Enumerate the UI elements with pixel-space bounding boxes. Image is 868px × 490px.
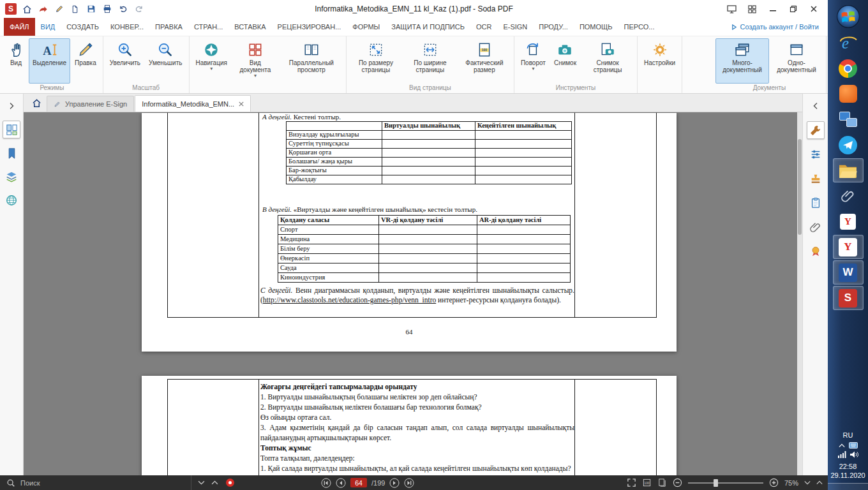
certificates-panel-button[interactable] (807, 242, 825, 260)
status-chevron-down-button[interactable] (804, 480, 811, 485)
menu-tab-sozdat[interactable]: СОЗДАТЬ (61, 18, 105, 36)
taskbar-item-clip[interactable] (833, 184, 864, 208)
layers-panel-button[interactable] (3, 168, 20, 186)
show-desktop-button[interactable] (828, 483, 868, 490)
page-number-input[interactable]: 64 (350, 478, 367, 487)
status-chevron-up-button[interactable] (816, 480, 823, 485)
zoom-slider[interactable] (688, 482, 763, 484)
menu-tab-ocr[interactable]: OCR (470, 18, 497, 36)
menu-tab-pravka[interactable]: ПРАВКА (149, 18, 188, 36)
undo-icon[interactable] (117, 4, 128, 15)
start-button[interactable] (833, 4, 864, 29)
edit-pencil-icon[interactable] (54, 4, 64, 15)
menu-tab-konvert[interactable]: КОНВЕР... (105, 18, 149, 36)
edit-mode-button[interactable]: Правка (71, 38, 100, 84)
print-icon[interactable] (101, 4, 112, 15)
expand-left-panel-button[interactable] (3, 97, 20, 115)
taskbar-item-blue-app[interactable] (833, 107, 864, 131)
menu-tab-pomoshch[interactable]: ПОМОЩЬ (574, 18, 618, 36)
taskbar-item-yandex-small[interactable]: Y (833, 209, 864, 234)
last-page-button[interactable] (404, 478, 414, 488)
zoom-in-button[interactable] (769, 478, 779, 487)
bookmarks-panel-button[interactable] (3, 144, 20, 162)
next-page-button[interactable] (389, 478, 400, 488)
fullscreen-button[interactable] (627, 478, 636, 487)
taskbar-item-ie[interactable]: e (833, 31, 864, 55)
hidden-icons-button[interactable] (839, 443, 845, 448)
restore-button[interactable] (788, 4, 798, 15)
expand-right-panel-button[interactable] (807, 97, 825, 115)
taskbar-item-yandex[interactable]: Y (833, 235, 864, 259)
search-input[interactable] (20, 479, 97, 487)
home-tab-button[interactable] (26, 94, 47, 112)
menu-tab-file[interactable]: ФАЙЛ (4, 18, 35, 36)
share-icon[interactable] (38, 4, 49, 15)
snapshot-button[interactable]: Снимок (550, 38, 580, 84)
presentation-mode-icon[interactable] (726, 4, 737, 15)
web-panel-button[interactable] (3, 191, 20, 209)
menu-tab-personalizaciya[interactable]: ПЕРСО... (618, 18, 661, 36)
multi-document-button[interactable]: Много-документный (715, 38, 769, 84)
taskbar-item-chrome[interactable] (833, 56, 864, 80)
network-icon[interactable] (838, 451, 846, 458)
zoom-slider-handle[interactable] (714, 479, 718, 487)
navigation-button[interactable]: Навигация (192, 38, 231, 84)
tab-document-informatika[interactable]: Informatika_Metodika_EMN... (135, 95, 251, 112)
vertical-scrollbar[interactable] (797, 112, 802, 475)
thumbnails-panel-button[interactable] (3, 121, 20, 138)
zoom-out-button[interactable] (673, 478, 682, 487)
save-icon[interactable] (86, 4, 96, 15)
keyboard-icon[interactable] (849, 442, 858, 449)
taskbar-item-explorer[interactable] (833, 158, 864, 182)
home-icon[interactable] (22, 4, 33, 15)
settings-button[interactable]: Настройки (640, 38, 679, 84)
menu-tab-zashchita[interactable]: ЗАЩИТА И ПОДПИСЬ (385, 18, 470, 36)
menu-tab-stranicy[interactable]: СТРАН... (188, 18, 228, 36)
new-document-icon[interactable] (70, 4, 80, 15)
close-button[interactable] (808, 4, 819, 15)
search-next-button[interactable] (198, 480, 205, 485)
rotate-button[interactable]: Поворот (517, 38, 550, 84)
view-mode-button[interactable]: Вид (4, 38, 28, 84)
properties-panel-button[interactable] (807, 145, 825, 163)
layout-grid-icon[interactable] (747, 4, 758, 15)
redo-icon[interactable] (133, 4, 144, 15)
menu-tab-formy[interactable]: ФОРМЫ (347, 18, 385, 36)
tab-esign-management[interactable]: Управление E-Sign (47, 96, 134, 112)
language-indicator[interactable]: RU (843, 431, 853, 440)
page-fit-button[interactable] (657, 478, 667, 487)
search-field[interactable] (0, 475, 191, 490)
venn-diagram-link[interactable]: http://www.classtools.net/education-game… (263, 296, 436, 304)
document-view-button[interactable]: Вид документа (232, 38, 279, 84)
fit-width-button[interactable]: По ширине страницы (403, 38, 457, 84)
menu-tab-produkty[interactable]: ПРОДУ... (533, 18, 574, 36)
minimize-button[interactable] (767, 4, 778, 15)
page-snapshot-button[interactable]: Снимок страницы (581, 38, 634, 84)
actual-size-button[interactable]: 100 Фактический размер (458, 38, 511, 84)
actual-size-button[interactable]: 100 (642, 478, 652, 487)
close-icon[interactable] (239, 101, 244, 107)
zoom-in-button[interactable]: Увеличить (106, 38, 144, 84)
menu-tab-vstavka[interactable]: ВСТАВКА (228, 18, 271, 36)
taskbar-item-orange-app[interactable] (833, 82, 864, 106)
menu-tab-vid[interactable]: ВИД (35, 18, 61, 36)
tools-panel-button[interactable] (807, 121, 825, 139)
document-area[interactable]: А деңгейі. Кестені толтыр. Виртуалды шын… (24, 112, 802, 475)
menu-tab-esign[interactable]: E-SIGN (497, 18, 533, 36)
menu-tab-recenzirovanie[interactable]: РЕЦЕНЗИРОВАН... (272, 18, 347, 36)
select-mode-button[interactable]: A Выделение (29, 38, 70, 84)
taskbar-clock[interactable]: 22:58 29.11.2020 (830, 462, 865, 480)
taskbar-item-word[interactable]: W (833, 260, 864, 285)
stamp-panel-button[interactable] (807, 170, 825, 188)
search-prev-button[interactable] (211, 480, 218, 485)
volume-icon[interactable] (850, 451, 858, 458)
prev-page-button[interactable] (336, 478, 346, 488)
fit-page-button[interactable]: По размеру страницы (349, 38, 403, 84)
zoom-out-button[interactable]: Уменьшить (145, 38, 186, 84)
account-link[interactable]: Создать аккаунт / Войти (731, 18, 828, 36)
parallel-view-button[interactable]: Параллельный просмотр (280, 38, 343, 84)
attachments-panel-button[interactable] (807, 218, 825, 236)
clipboard-panel-button[interactable] (807, 194, 825, 212)
taskbar-item-sodapdf[interactable]: S (833, 286, 864, 310)
taskbar-item-telegram[interactable] (833, 133, 864, 157)
